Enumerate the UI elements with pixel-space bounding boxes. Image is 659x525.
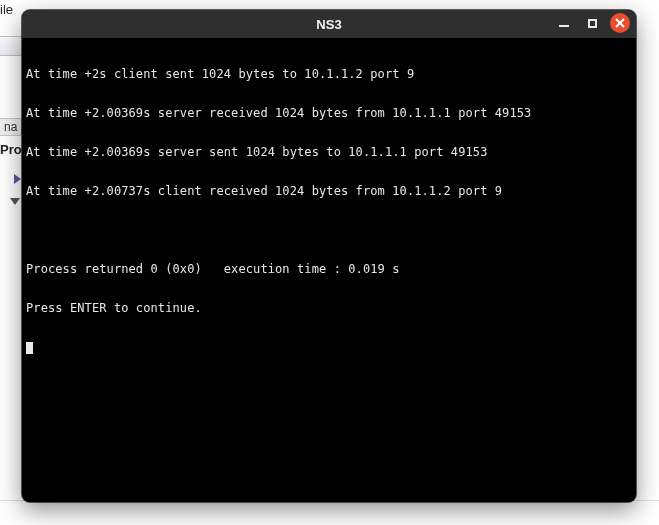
partial-tab-label: na [0, 118, 22, 136]
terminal-output[interactable]: At time +2s client sent 1024 bytes to 10… [22, 38, 636, 502]
minimize-button[interactable] [554, 13, 574, 33]
terminal-line: At time +2.00369s server sent 1024 bytes… [26, 146, 632, 159]
partial-menu-label: ile [0, 0, 19, 24]
window-title: NS3 [316, 17, 341, 32]
close-button[interactable] [610, 13, 630, 33]
background-toolbar-fragment [0, 36, 23, 56]
terminal-cursor-line [26, 341, 632, 354]
maximize-button[interactable] [582, 13, 602, 33]
terminal-window[interactable]: NS3 At time +2s client sent 1024 bytes t… [22, 10, 636, 502]
terminal-line: At time +2.00369s server received 1024 b… [26, 107, 632, 120]
partial-section-label: Pro [0, 142, 22, 157]
tree-expand-icon [14, 174, 21, 184]
window-titlebar[interactable]: NS3 [22, 10, 636, 38]
background-bottom-panel [0, 500, 659, 525]
tree-collapse-icon [10, 198, 20, 205]
terminal-line: At time +2s client sent 1024 bytes to 10… [26, 68, 632, 81]
terminal-line: At time +2.00737s client received 1024 b… [26, 185, 632, 198]
close-icon [615, 18, 625, 28]
window-controls [554, 13, 630, 33]
terminal-line: Process returned 0 (0x0) execution time … [26, 263, 632, 276]
terminal-line: Press ENTER to continue. [26, 302, 632, 315]
terminal-cursor [26, 342, 33, 354]
terminal-line [26, 224, 632, 237]
